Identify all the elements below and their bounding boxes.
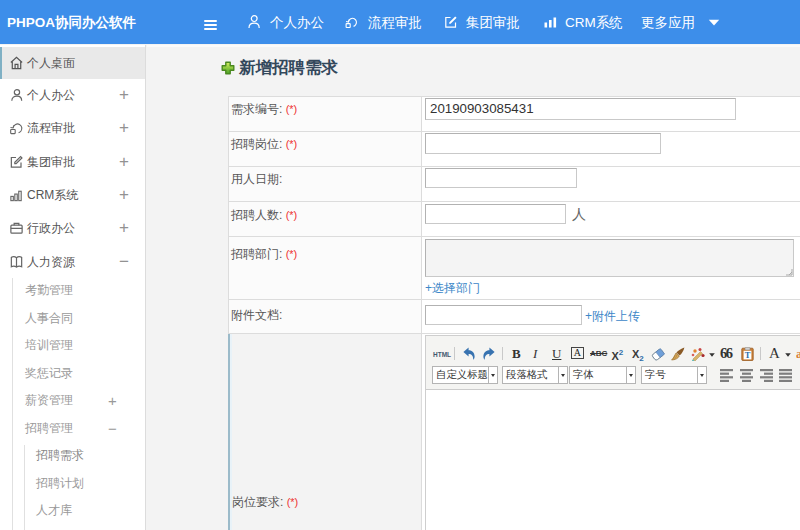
svg-text:a: a — [796, 347, 800, 360]
svg-text:T: T — [745, 349, 751, 359]
